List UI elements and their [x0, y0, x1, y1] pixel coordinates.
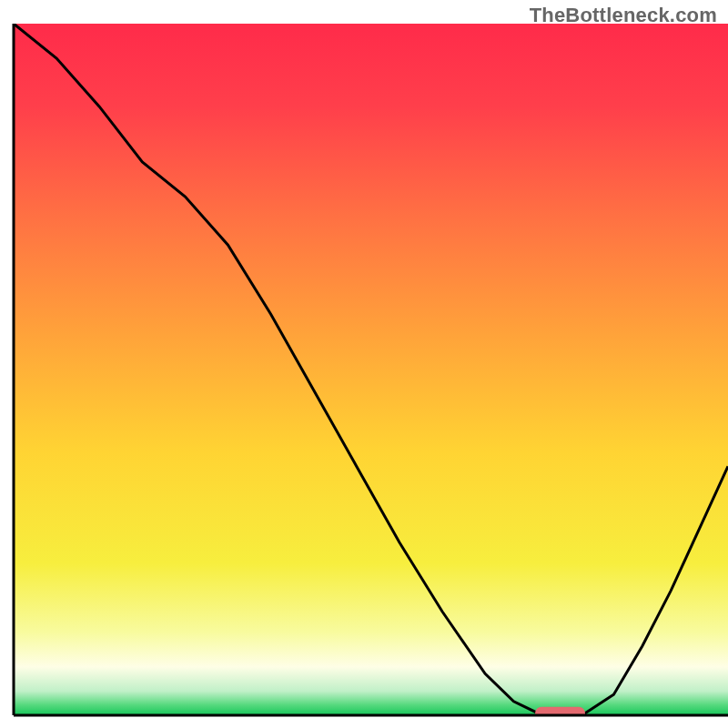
gradient-background — [14, 24, 728, 715]
watermark-label: TheBottleneck.com — [530, 4, 717, 27]
bottleneck-chart — [0, 0, 728, 728]
optimal-marker — [535, 707, 585, 720]
